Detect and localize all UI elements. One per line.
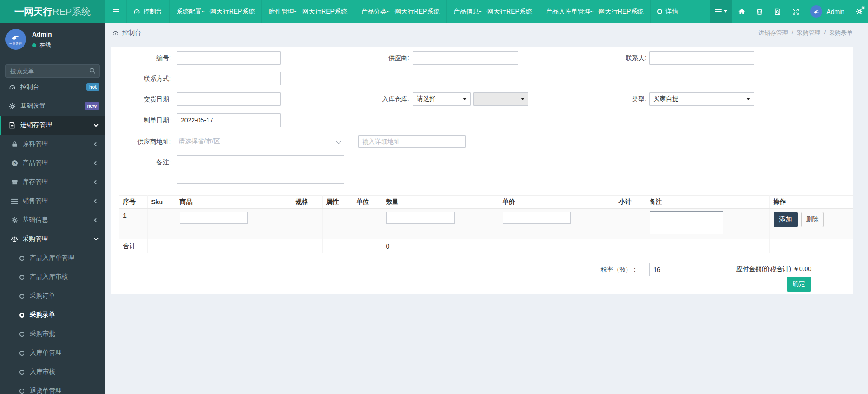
menu-label: 产品入库审核 xyxy=(30,273,68,281)
table-header-row: 序号 Sku 商品 规格 属性 单位 数量 单价 小计 备注 操作 xyxy=(119,196,853,209)
make-date-input[interactable] xyxy=(177,113,281,127)
sidebar-item-basic-settings[interactable]: 基础设置 new xyxy=(0,97,105,116)
clear-trash-button[interactable] xyxy=(750,0,769,23)
sidebar-item-stock-mgmt[interactable]: 库存管理 xyxy=(0,173,105,192)
sidebar-subitem-inbound-order-mgmt[interactable]: 入库单管理 xyxy=(0,343,105,362)
caret-down-icon xyxy=(746,98,750,100)
tab-label: 控制台 xyxy=(143,8,162,16)
warehouse-select[interactable]: 请选择 xyxy=(413,92,471,106)
gears-icon xyxy=(9,217,19,224)
menu-label: 基础信息 xyxy=(23,216,48,224)
sidebar-item-purchase-mgmt[interactable]: 采购管理 xyxy=(0,230,105,249)
table-total-row: 合计 0 xyxy=(119,239,853,253)
warehouse-sub-select[interactable] xyxy=(473,92,528,106)
delivery-date-label: 交货日期: xyxy=(112,92,171,106)
col-price: 单价 xyxy=(499,196,615,209)
phone-input[interactable] xyxy=(177,72,281,85)
menu-label: 采购管理 xyxy=(23,235,48,243)
tab-system-config[interactable]: 系统配置-一网天行REP系统 xyxy=(169,0,261,23)
logo-text-bold: 一网天行 xyxy=(14,5,52,18)
circle-icon xyxy=(19,313,24,318)
home-button[interactable] xyxy=(732,0,750,23)
sidebar-subitem-product-inbound-order-mgmt[interactable]: 产品入库单管理 xyxy=(0,249,105,267)
clear-cache-button[interactable] xyxy=(769,0,787,23)
address-detail-input[interactable] xyxy=(358,135,466,148)
settings-button[interactable] xyxy=(850,0,868,23)
qty-input[interactable] xyxy=(386,212,455,224)
sidebar-subitem-inbound-review[interactable]: 入库审核 xyxy=(0,362,105,381)
tab-attachment-mgmt[interactable]: 附件管理-一网天行REP系统 xyxy=(261,0,354,23)
sidebar-subitem-product-inbound-review[interactable]: 产品入库审核 xyxy=(0,267,105,286)
delivery-date-input[interactable] xyxy=(177,92,281,106)
chevron-left-icon xyxy=(94,161,99,165)
tab-inbound-order-mgmt[interactable]: 产品入库单管理-一网天行REP系统 xyxy=(539,0,650,23)
status-label: 在线 xyxy=(39,41,51,49)
tab-product-info[interactable]: 产品信息-一网天行REP系统 xyxy=(446,0,538,23)
tab-label: 产品入库单管理-一网天行REP系统 xyxy=(546,8,643,16)
breadcrumb-item[interactable]: 采购录单 xyxy=(829,29,853,37)
fullscreen-button[interactable] xyxy=(787,0,805,23)
breadcrumb-item[interactable]: 采购管理 xyxy=(797,29,820,37)
tab-dashboard[interactable]: 控制台 xyxy=(126,0,169,23)
price-input[interactable] xyxy=(503,212,571,224)
contact-input[interactable] xyxy=(649,51,754,65)
product-input[interactable] xyxy=(180,212,248,224)
col-unit: 单位 xyxy=(353,196,382,209)
menu-label: 采购订单 xyxy=(30,292,55,300)
app-logo: 一网天行REP系统 xyxy=(0,0,105,23)
placeholder-text: 请选择省/市/区 xyxy=(179,137,220,145)
sidebar-item-sales-mgmt[interactable]: 销售管理 xyxy=(0,192,105,211)
sidebar-subitem-purchase-order[interactable]: 采购订单 xyxy=(0,286,105,305)
tab-label: 详情 xyxy=(665,8,678,16)
menu-label: 采购录单 xyxy=(30,311,55,319)
circle-icon xyxy=(19,389,24,394)
circle-icon xyxy=(19,275,24,280)
tab-detail[interactable]: 详情 xyxy=(650,0,685,23)
menu-label: 产品管理 xyxy=(23,159,48,167)
search-input[interactable] xyxy=(5,64,100,78)
circle-icon xyxy=(19,332,24,337)
menu-label: 入库审核 xyxy=(30,368,55,376)
circle-icon xyxy=(19,370,24,375)
selected-value: 请选择 xyxy=(417,95,436,103)
trash-icon xyxy=(756,8,763,15)
sidebar-subitem-return-order-mgmt[interactable]: 退货单管理 xyxy=(0,381,105,394)
menu-label: 原料管理 xyxy=(23,140,48,148)
tabs-menu-dropdown-button[interactable] xyxy=(710,0,732,23)
home-icon xyxy=(738,8,745,15)
confirm-button[interactable]: 确定 xyxy=(787,277,811,292)
type-select[interactable]: 买家自提 xyxy=(649,92,754,106)
chevron-down-icon xyxy=(94,122,99,127)
user-name: Admin xyxy=(826,8,844,15)
row-attr xyxy=(322,209,353,239)
row-spec xyxy=(292,209,322,239)
sidebar-item-product-mgmt[interactable]: P 产品管理 xyxy=(0,154,105,173)
row-remark-textarea[interactable] xyxy=(650,211,723,234)
sidebar-toggle-button[interactable] xyxy=(105,0,126,23)
caret-down-icon xyxy=(463,98,467,100)
product-p-icon: P xyxy=(9,160,19,167)
list-icon xyxy=(715,8,722,16)
supplier-input[interactable] xyxy=(413,51,518,65)
sidebar-item-material-mgmt[interactable]: 原料管理 xyxy=(0,135,105,154)
no-input[interactable] xyxy=(177,51,281,65)
tax-rate-input[interactable] xyxy=(649,263,722,276)
user-menu[interactable]: Admin xyxy=(805,5,850,18)
delete-row-button[interactable]: 删除 xyxy=(801,212,824,227)
remark-textarea[interactable] xyxy=(177,155,344,184)
sidebar-item-basic-info[interactable]: 基础信息 xyxy=(0,211,105,230)
sidebar-subitem-purchase-approval[interactable]: 采购审批 xyxy=(0,324,105,343)
sidebar-item-dashboard[interactable]: 控制台 hot xyxy=(0,78,105,97)
address-region-select[interactable]: 请选择省/市/区 xyxy=(177,135,343,148)
sidebar-item-invoicing-mgmt[interactable]: 进销存管理 xyxy=(0,116,105,135)
tab-product-category[interactable]: 产品分类-一网天行REP系统 xyxy=(354,0,446,23)
logo-text-light: REP系统 xyxy=(52,5,91,18)
circle-icon xyxy=(19,351,24,356)
add-row-button[interactable]: 添加 xyxy=(774,212,798,227)
navbar-tabs: 控制台 系统配置-一网天行REP系统 附件管理-一网天行REP系统 产品分类-一… xyxy=(105,0,685,23)
sidebar-subitem-purchase-entry[interactable]: 采购录单 xyxy=(0,305,105,324)
sidebar-menu: 控制台 hot 基础设置 new 进销存管理 原料管理 P 产品管理 xyxy=(0,78,105,394)
circle-icon xyxy=(19,256,24,261)
payable-amount: 应付金额(价税合计) ￥0.00 xyxy=(736,265,811,273)
breadcrumb-item[interactable]: 进销存管理 xyxy=(759,29,788,37)
